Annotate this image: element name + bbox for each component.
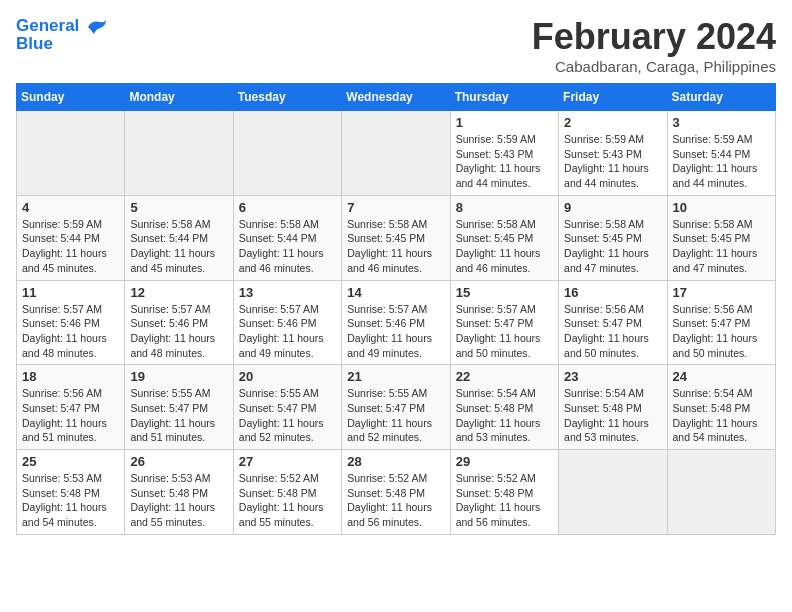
calendar-cell: 27Sunrise: 5:52 AM Sunset: 5:48 PM Dayli…	[233, 450, 341, 535]
calendar-week-row: 1Sunrise: 5:59 AM Sunset: 5:43 PM Daylig…	[17, 111, 776, 196]
weekday-header-tuesday: Tuesday	[233, 84, 341, 111]
calendar-cell: 6Sunrise: 5:58 AM Sunset: 5:44 PM Daylig…	[233, 195, 341, 280]
day-info: Sunrise: 5:52 AM Sunset: 5:48 PM Dayligh…	[347, 471, 444, 530]
calendar-week-row: 4Sunrise: 5:59 AM Sunset: 5:44 PM Daylig…	[17, 195, 776, 280]
day-number: 2	[564, 115, 661, 130]
day-number: 27	[239, 454, 336, 469]
calendar-cell: 2Sunrise: 5:59 AM Sunset: 5:43 PM Daylig…	[559, 111, 667, 196]
calendar-week-row: 18Sunrise: 5:56 AM Sunset: 5:47 PM Dayli…	[17, 365, 776, 450]
logo: General Blue	[16, 16, 108, 54]
day-number: 1	[456, 115, 553, 130]
day-info: Sunrise: 5:58 AM Sunset: 5:45 PM Dayligh…	[456, 217, 553, 276]
logo-blue-text: Blue	[16, 34, 108, 54]
calendar-cell: 24Sunrise: 5:54 AM Sunset: 5:48 PM Dayli…	[667, 365, 775, 450]
weekday-header-wednesday: Wednesday	[342, 84, 450, 111]
day-number: 9	[564, 200, 661, 215]
calendar-cell	[559, 450, 667, 535]
day-number: 17	[673, 285, 770, 300]
location-subtitle: Cabadbaran, Caraga, Philippines	[532, 58, 776, 75]
day-number: 6	[239, 200, 336, 215]
day-info: Sunrise: 5:52 AM Sunset: 5:48 PM Dayligh…	[239, 471, 336, 530]
day-info: Sunrise: 5:54 AM Sunset: 5:48 PM Dayligh…	[673, 386, 770, 445]
day-number: 5	[130, 200, 227, 215]
day-number: 10	[673, 200, 770, 215]
calendar-cell: 19Sunrise: 5:55 AM Sunset: 5:47 PM Dayli…	[125, 365, 233, 450]
calendar-week-row: 25Sunrise: 5:53 AM Sunset: 5:48 PM Dayli…	[17, 450, 776, 535]
weekday-header-row: SundayMondayTuesdayWednesdayThursdayFrid…	[17, 84, 776, 111]
day-info: Sunrise: 5:57 AM Sunset: 5:46 PM Dayligh…	[130, 302, 227, 361]
calendar-cell: 12Sunrise: 5:57 AM Sunset: 5:46 PM Dayli…	[125, 280, 233, 365]
day-number: 25	[22, 454, 119, 469]
calendar-cell: 9Sunrise: 5:58 AM Sunset: 5:45 PM Daylig…	[559, 195, 667, 280]
calendar-cell: 10Sunrise: 5:58 AM Sunset: 5:45 PM Dayli…	[667, 195, 775, 280]
calendar-cell: 15Sunrise: 5:57 AM Sunset: 5:47 PM Dayli…	[450, 280, 558, 365]
day-info: Sunrise: 5:55 AM Sunset: 5:47 PM Dayligh…	[130, 386, 227, 445]
day-info: Sunrise: 5:57 AM Sunset: 5:46 PM Dayligh…	[22, 302, 119, 361]
day-info: Sunrise: 5:54 AM Sunset: 5:48 PM Dayligh…	[456, 386, 553, 445]
page-header: General Blue February 2024 Cabadbaran, C…	[16, 16, 776, 75]
calendar-cell: 1Sunrise: 5:59 AM Sunset: 5:43 PM Daylig…	[450, 111, 558, 196]
logo-bird-icon	[86, 18, 108, 36]
day-info: Sunrise: 5:55 AM Sunset: 5:47 PM Dayligh…	[239, 386, 336, 445]
day-number: 3	[673, 115, 770, 130]
day-info: Sunrise: 5:59 AM Sunset: 5:43 PM Dayligh…	[456, 132, 553, 191]
day-number: 12	[130, 285, 227, 300]
day-info: Sunrise: 5:59 AM Sunset: 5:44 PM Dayligh…	[673, 132, 770, 191]
day-number: 22	[456, 369, 553, 384]
weekday-header-thursday: Thursday	[450, 84, 558, 111]
calendar-cell: 26Sunrise: 5:53 AM Sunset: 5:48 PM Dayli…	[125, 450, 233, 535]
calendar-cell: 5Sunrise: 5:58 AM Sunset: 5:44 PM Daylig…	[125, 195, 233, 280]
day-number: 11	[22, 285, 119, 300]
calendar-cell: 14Sunrise: 5:57 AM Sunset: 5:46 PM Dayli…	[342, 280, 450, 365]
day-info: Sunrise: 5:56 AM Sunset: 5:47 PM Dayligh…	[22, 386, 119, 445]
day-info: Sunrise: 5:58 AM Sunset: 5:44 PM Dayligh…	[239, 217, 336, 276]
calendar-cell: 18Sunrise: 5:56 AM Sunset: 5:47 PM Dayli…	[17, 365, 125, 450]
weekday-header-friday: Friday	[559, 84, 667, 111]
day-info: Sunrise: 5:57 AM Sunset: 5:46 PM Dayligh…	[239, 302, 336, 361]
calendar-cell: 28Sunrise: 5:52 AM Sunset: 5:48 PM Dayli…	[342, 450, 450, 535]
day-number: 18	[22, 369, 119, 384]
weekday-header-saturday: Saturday	[667, 84, 775, 111]
day-info: Sunrise: 5:56 AM Sunset: 5:47 PM Dayligh…	[673, 302, 770, 361]
calendar-week-row: 11Sunrise: 5:57 AM Sunset: 5:46 PM Dayli…	[17, 280, 776, 365]
calendar-cell: 17Sunrise: 5:56 AM Sunset: 5:47 PM Dayli…	[667, 280, 775, 365]
day-number: 13	[239, 285, 336, 300]
calendar-cell: 13Sunrise: 5:57 AM Sunset: 5:46 PM Dayli…	[233, 280, 341, 365]
day-number: 15	[456, 285, 553, 300]
calendar-cell	[125, 111, 233, 196]
day-number: 23	[564, 369, 661, 384]
day-number: 29	[456, 454, 553, 469]
title-area: February 2024 Cabadbaran, Caraga, Philip…	[532, 16, 776, 75]
calendar-cell: 16Sunrise: 5:56 AM Sunset: 5:47 PM Dayli…	[559, 280, 667, 365]
day-number: 7	[347, 200, 444, 215]
day-info: Sunrise: 5:58 AM Sunset: 5:44 PM Dayligh…	[130, 217, 227, 276]
day-info: Sunrise: 5:59 AM Sunset: 5:43 PM Dayligh…	[564, 132, 661, 191]
logo-text: General	[16, 16, 108, 36]
day-info: Sunrise: 5:58 AM Sunset: 5:45 PM Dayligh…	[564, 217, 661, 276]
day-number: 8	[456, 200, 553, 215]
calendar-cell	[17, 111, 125, 196]
calendar-cell: 11Sunrise: 5:57 AM Sunset: 5:46 PM Dayli…	[17, 280, 125, 365]
weekday-header-monday: Monday	[125, 84, 233, 111]
day-info: Sunrise: 5:59 AM Sunset: 5:44 PM Dayligh…	[22, 217, 119, 276]
day-info: Sunrise: 5:52 AM Sunset: 5:48 PM Dayligh…	[456, 471, 553, 530]
month-title: February 2024	[532, 16, 776, 58]
day-info: Sunrise: 5:56 AM Sunset: 5:47 PM Dayligh…	[564, 302, 661, 361]
calendar-table: SundayMondayTuesdayWednesdayThursdayFrid…	[16, 83, 776, 535]
calendar-cell: 4Sunrise: 5:59 AM Sunset: 5:44 PM Daylig…	[17, 195, 125, 280]
calendar-cell	[233, 111, 341, 196]
day-info: Sunrise: 5:57 AM Sunset: 5:47 PM Dayligh…	[456, 302, 553, 361]
calendar-cell: 22Sunrise: 5:54 AM Sunset: 5:48 PM Dayli…	[450, 365, 558, 450]
day-info: Sunrise: 5:53 AM Sunset: 5:48 PM Dayligh…	[22, 471, 119, 530]
calendar-cell: 23Sunrise: 5:54 AM Sunset: 5:48 PM Dayli…	[559, 365, 667, 450]
day-number: 14	[347, 285, 444, 300]
day-number: 4	[22, 200, 119, 215]
day-number: 16	[564, 285, 661, 300]
calendar-cell: 21Sunrise: 5:55 AM Sunset: 5:47 PM Dayli…	[342, 365, 450, 450]
calendar-cell: 25Sunrise: 5:53 AM Sunset: 5:48 PM Dayli…	[17, 450, 125, 535]
day-info: Sunrise: 5:54 AM Sunset: 5:48 PM Dayligh…	[564, 386, 661, 445]
day-number: 28	[347, 454, 444, 469]
day-info: Sunrise: 5:53 AM Sunset: 5:48 PM Dayligh…	[130, 471, 227, 530]
calendar-cell	[667, 450, 775, 535]
day-info: Sunrise: 5:58 AM Sunset: 5:45 PM Dayligh…	[347, 217, 444, 276]
